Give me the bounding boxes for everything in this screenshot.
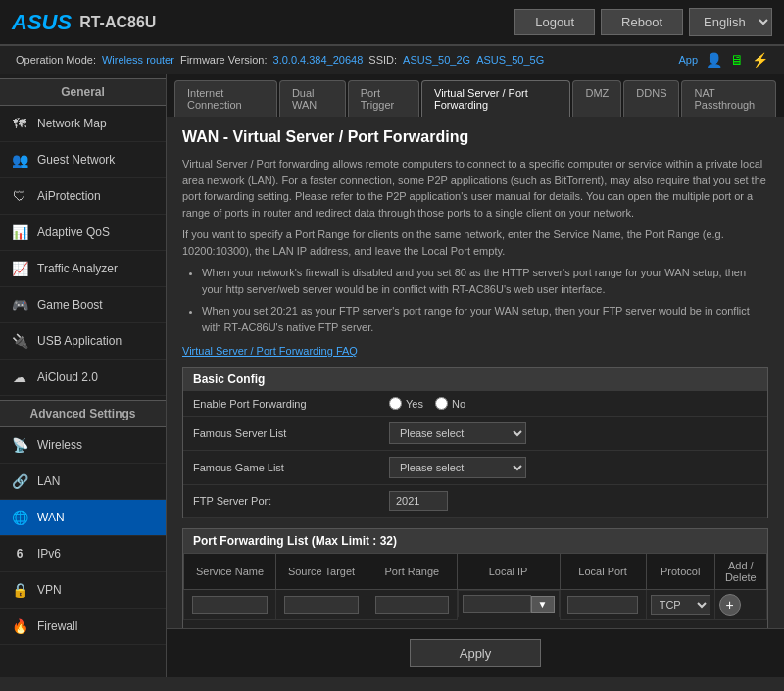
port-forwarding-section: Port Forwarding List (Max Limit : 32) Se…	[182, 528, 768, 628]
sidebar-label-usb-application: USB Application	[37, 334, 122, 348]
famous-server-label: Famous Server List	[193, 427, 389, 439]
famous-game-select[interactable]: Please select	[389, 457, 526, 478]
lan-icon: 🔗	[10, 471, 29, 491]
operation-mode-value[interactable]: Wireless router	[102, 54, 174, 66]
ipv6-icon: 6	[10, 544, 29, 564]
add-row-button[interactable]: +	[719, 594, 741, 616]
sidebar-item-ipv6[interactable]: 6 IPv6	[0, 536, 166, 572]
traffic-analyzer-icon: 📈	[10, 259, 29, 278]
famous-game-control: Please select	[389, 457, 526, 478]
language-select[interactable]: English	[689, 8, 772, 36]
status-icons: App 👤 🖥 ⚡	[678, 52, 768, 68]
apply-button[interactable]: Apply	[410, 639, 542, 667]
adaptive-qos-icon: 📊	[10, 222, 29, 242]
td-source-target-input	[276, 590, 368, 620]
ftp-port-row: FTP Server Port	[183, 485, 767, 518]
sidebar: General 🗺 Network Map 👥 Guest Network 🛡 …	[0, 74, 167, 677]
tab-virtual-server[interactable]: Virtual Server / Port Forwarding	[421, 80, 570, 117]
tab-ddns[interactable]: DDNS	[623, 80, 679, 117]
bullet2: When you set 20:21 as your FTP server's …	[202, 303, 768, 335]
sidebar-item-usb-application[interactable]: 🔌 USB Application	[0, 323, 166, 360]
tab-dmz[interactable]: DMZ	[572, 80, 621, 117]
sidebar-label-lan: LAN	[37, 474, 60, 488]
usb-icon[interactable]: ⚡	[752, 52, 768, 68]
sidebar-label-game-boost: Game Boost	[37, 298, 103, 312]
ftp-port-input[interactable]	[389, 491, 448, 511]
famous-game-row: Famous Game List Please select	[183, 451, 767, 485]
asus-logo: ASUS	[12, 10, 72, 35]
network-map-icon: 🗺	[10, 114, 29, 133]
description: Virtual Server / Port forwarding allows …	[182, 156, 768, 335]
sidebar-item-aiprotection[interactable]: 🛡 AiProtection	[0, 178, 166, 215]
sidebar-item-game-boost[interactable]: 🎮 Game Boost	[0, 287, 166, 323]
enable-port-forwarding-row: Enable Port Forwarding Yes No	[183, 391, 767, 417]
local-port-input[interactable]	[567, 596, 637, 614]
sidebar-item-traffic-analyzer[interactable]: 📈 Traffic Analyzer	[0, 251, 166, 287]
th-service-name: Service Name	[184, 554, 276, 590]
wireless-icon: 📡	[10, 435, 29, 455]
guest-network-icon: 👥	[10, 150, 29, 170]
faq-link[interactable]: Virtual Server / Port Forwarding FAQ	[182, 345, 768, 357]
enable-radio-group: Yes No	[389, 397, 466, 410]
sidebar-item-guest-network[interactable]: 👥 Guest Network	[0, 142, 166, 178]
source-target-input[interactable]	[284, 596, 359, 614]
radio-yes-label[interactable]: Yes	[389, 397, 423, 410]
operation-mode-label: Operation Mode:	[16, 54, 96, 66]
advanced-section-label: Advanced Settings	[0, 400, 166, 427]
sidebar-item-wireless[interactable]: 📡 Wireless	[0, 427, 166, 464]
sidebar-item-vpn[interactable]: 🔒 VPN	[0, 572, 166, 609]
sidebar-label-network-map: Network Map	[37, 117, 107, 130]
sidebar-item-network-map[interactable]: 🗺 Network Map	[0, 106, 166, 142]
tab-dual-wan[interactable]: Dual WAN	[279, 80, 346, 117]
sidebar-label-aiprotection: AiProtection	[37, 189, 101, 203]
sidebar-item-aicloud[interactable]: ☁ AiCloud 2.0	[0, 360, 166, 396]
sidebar-item-wan[interactable]: 🌐 WAN	[0, 500, 166, 536]
sidebar-item-adaptive-qos[interactable]: 📊 Adaptive QoS	[0, 215, 166, 251]
th-protocol: Protocol	[646, 554, 714, 590]
th-add-delete: Add / Delete	[714, 554, 766, 590]
desc-p2: If you want to specify a Port Range for …	[182, 226, 768, 259]
radio-yes[interactable]	[389, 397, 402, 410]
tab-internet-connection[interactable]: Internet Connection	[174, 80, 277, 117]
logout-button[interactable]: Logout	[514, 9, 595, 35]
radio-no[interactable]	[435, 397, 448, 410]
local-ip-dropdown[interactable]: ▼	[531, 596, 555, 613]
page-title: WAN - Virtual Server / Port Forwarding	[182, 128, 768, 146]
firmware-value[interactable]: 3.0.0.4.384_20648	[273, 54, 364, 66]
tab-nat-passthrough[interactable]: NAT Passthrough	[681, 80, 776, 117]
local-ip-input[interactable]	[463, 595, 531, 613]
aiprotection-icon: 🛡	[10, 186, 29, 206]
top-bar: ASUS RT-AC86U Logout Reboot English	[0, 0, 784, 46]
radio-no-label[interactable]: No	[435, 397, 466, 410]
famous-server-select[interactable]: Please select	[389, 422, 526, 444]
service-name-input[interactable]	[192, 596, 268, 614]
th-source-target: Source Target	[276, 554, 368, 590]
sidebar-label-aicloud: AiCloud 2.0	[37, 370, 98, 384]
td-service-name-input	[184, 590, 276, 620]
model-name: RT-AC86U	[79, 14, 156, 31]
protocol-select[interactable]: TCP UDP BOTH	[651, 595, 710, 615]
basic-config-section: Basic Config Enable Port Forwarding Yes …	[182, 367, 768, 518]
radio-yes-text: Yes	[406, 398, 423, 410]
sidebar-label-vpn: VPN	[37, 583, 62, 597]
sidebar-label-adaptive-qos: Adaptive QoS	[37, 225, 110, 239]
status-bar: Operation Mode: Wireless router Firmware…	[0, 46, 784, 74]
port-range-input[interactable]	[375, 596, 448, 614]
ssid-label: SSID:	[368, 54, 397, 66]
td-local-ip-input: ▼	[458, 590, 560, 617]
sidebar-item-lan[interactable]: 🔗 LAN	[0, 464, 166, 500]
tab-port-trigger[interactable]: Port Trigger	[348, 80, 419, 117]
monitor-icon[interactable]: 🖥	[730, 52, 744, 68]
reboot-button[interactable]: Reboot	[601, 9, 683, 35]
ssid-2g[interactable]: ASUS_50_2G	[403, 54, 470, 66]
ssid-5g[interactable]: ASUS_50_5G	[476, 54, 544, 66]
main-layout: General 🗺 Network Map 👥 Guest Network 🛡 …	[0, 74, 784, 677]
general-section-label: General	[0, 78, 166, 106]
no-data-message: No data in table.	[183, 620, 767, 628]
th-port-range: Port Range	[368, 554, 458, 590]
td-add-delete: +	[714, 590, 766, 620]
content-area: Internet Connection Dual WAN Port Trigge…	[167, 74, 784, 677]
person-icon[interactable]: 👤	[706, 52, 722, 68]
sidebar-item-firewall[interactable]: 🔥 Firewall	[0, 609, 166, 645]
port-forwarding-header: Port Forwarding List (Max Limit : 32)	[183, 529, 767, 553]
